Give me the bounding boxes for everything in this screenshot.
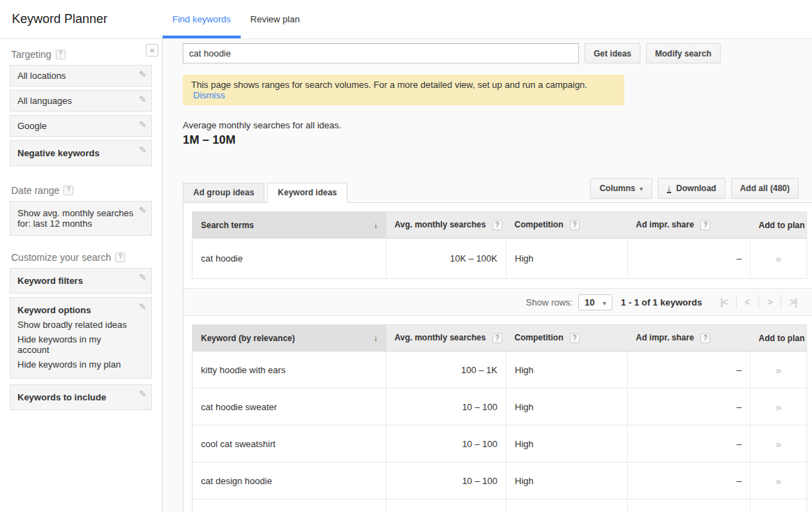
- top-header: Keyword Planner Find keywords Review pla…: [0, 0, 812, 39]
- help-icon[interactable]: ?: [63, 186, 73, 195]
- col-ad-impr-share[interactable]: Ad impr. share ?: [628, 212, 751, 239]
- download-icon: ↓: [667, 184, 672, 193]
- help-icon[interactable]: ?: [700, 333, 710, 343]
- help-icon[interactable]: ?: [56, 50, 66, 59]
- ad-impr-share-cell: –: [628, 239, 751, 279]
- keyword-search-input[interactable]: [183, 43, 579, 63]
- first-page-icon[interactable]: |<: [712, 295, 735, 309]
- pagination-range: 1 - 1 of 1 keywords: [621, 297, 702, 308]
- competition-cell: High: [506, 499, 628, 512]
- help-icon[interactable]: ?: [700, 220, 710, 230]
- avg-searches-cell: 10K – 100K: [386, 239, 506, 279]
- ad-impr-share-cell: –: [628, 352, 751, 389]
- edit-pencil-icon[interactable]: ✎: [139, 144, 146, 155]
- add-to-plan-icon[interactable]: »: [776, 253, 781, 264]
- pagination-bar: Show rows: 10 ▾ 1 - 1 of 1 keywords |< <…: [183, 288, 812, 316]
- sort-descending-icon: ↓: [374, 333, 378, 343]
- sidebar-item-languages[interactable]: All languages ✎: [10, 90, 152, 112]
- sidebar-item-keyword-options[interactable]: Keyword options ✎ Show broadly related i…: [10, 297, 152, 379]
- col-avg-monthly-searches[interactable]: Avg. monthly searches ?: [386, 212, 506, 239]
- sidebar-item-keywords-to-include[interactable]: Keywords to include ✎: [10, 384, 152, 410]
- help-icon[interactable]: ?: [493, 333, 502, 343]
- edit-pencil-icon[interactable]: ✎: [139, 94, 146, 105]
- keyword-cell: kitty hoodie with ears: [193, 352, 386, 389]
- col-search-terms[interactable]: Search terms ↓: [193, 212, 386, 239]
- sidebar-item-network[interactable]: Google ✎: [10, 115, 152, 137]
- sidebar-item-negative-keywords[interactable]: Negative keywords ✎: [10, 140, 152, 166]
- avg-searches-cell: 100 – 1K: [386, 352, 506, 389]
- col-competition[interactable]: Competition ?: [506, 325, 628, 352]
- sidebar-item-keyword-filters[interactable]: Keyword filters ✎: [10, 268, 152, 294]
- keyword-option: Hide keywords in my plan: [17, 359, 135, 370]
- col-competition[interactable]: Competition ?: [506, 212, 628, 239]
- keyword-cell: sphynx cat hoodie: [193, 499, 386, 512]
- col-ad-impr-share[interactable]: Ad impr. share ?: [628, 325, 751, 352]
- competition-cell: High: [506, 462, 628, 499]
- sidebar-item-locations[interactable]: All locations ✎: [10, 65, 152, 86]
- tab-find-keywords[interactable]: Find keywords: [163, 0, 241, 38]
- help-icon[interactable]: ?: [570, 220, 580, 230]
- show-rows-select[interactable]: 10 ▾: [578, 294, 612, 310]
- avg-searches-cell: 10 – 100: [386, 499, 506, 512]
- table-row: cool cat sweatshirt 10 – 100 High – »: [193, 426, 807, 462]
- keyword-cell: cat hoodie sweater: [193, 389, 386, 426]
- keyword-cell: cat hoodie: [193, 239, 386, 279]
- col-avg-monthly-searches[interactable]: Avg. monthly searches ?: [386, 325, 506, 352]
- previous-page-icon[interactable]: <: [736, 295, 758, 309]
- competition-cell: High: [506, 352, 628, 389]
- table-row: sphynx cat hoodie 10 – 100 High – »: [193, 499, 807, 512]
- help-icon[interactable]: ?: [570, 333, 580, 343]
- keyword-option: Show broadly related ideas: [17, 319, 135, 330]
- sidebar-item-date-range[interactable]: Show avg. monthly searches for: last 12 …: [10, 201, 152, 236]
- col-add-to-plan: Add to plan: [751, 325, 807, 352]
- columns-button[interactable]: Columns ▾: [590, 178, 652, 199]
- col-add-to-plan: Add to plan: [751, 212, 807, 239]
- ad-impr-share-cell: –: [628, 499, 751, 512]
- avg-searches-cell: 10 – 100: [386, 426, 506, 462]
- table-row: kitty hoodie with ears 100 – 1K High – »: [193, 352, 807, 389]
- edit-pencil-icon[interactable]: ✎: [139, 119, 146, 130]
- table-header-row: Keyword (by relevance) ↓ Avg. monthly se…: [193, 325, 807, 352]
- ad-impr-share-cell: –: [628, 426, 751, 462]
- help-icon[interactable]: ?: [493, 220, 502, 230]
- competition-cell: High: [506, 239, 628, 279]
- ad-impr-share-cell: –: [628, 389, 751, 426]
- search-volume-notice: This page shows ranges for search volume…: [183, 75, 624, 105]
- col-keyword-by-relevance[interactable]: Keyword (by relevance) ↓: [193, 325, 386, 352]
- add-to-plan-icon[interactable]: »: [776, 438, 781, 450]
- avg-searches-caption: Average monthly searches for all ideas.: [183, 120, 812, 130]
- edit-pencil-icon[interactable]: ✎: [139, 69, 146, 80]
- search-terms-table: Search terms ↓ Avg. monthly searches ? C…: [192, 211, 807, 279]
- customize-search-section-label: Customize your search ?: [11, 252, 152, 263]
- help-icon[interactable]: ?: [115, 253, 125, 262]
- edit-pencil-icon[interactable]: ✎: [139, 301, 146, 312]
- next-page-icon[interactable]: >: [758, 295, 781, 309]
- date-range-section-label: Date range ?: [11, 185, 152, 196]
- results-panel: Search terms ↓ Avg. monthly searches ? C…: [183, 202, 812, 512]
- sort-descending-icon: ↓: [374, 220, 378, 230]
- add-to-plan-icon[interactable]: »: [776, 401, 781, 413]
- collapse-sidebar-icon[interactable]: «: [146, 44, 158, 57]
- add-to-plan-icon[interactable]: »: [776, 364, 781, 376]
- page-title: Keyword Planner: [0, 0, 163, 38]
- table-row: cat hoodie sweater 10 – 100 High – »: [193, 389, 807, 426]
- table-row: cat hoodie 10K – 100K High – »: [193, 239, 807, 279]
- add-all-button[interactable]: Add all (480): [731, 178, 799, 199]
- keyword-cell: cat design hoodie: [193, 462, 386, 499]
- modify-search-button[interactable]: Modify search: [646, 43, 721, 63]
- tab-review-plan[interactable]: Review plan: [241, 0, 310, 38]
- add-to-plan-icon[interactable]: »: [776, 475, 781, 487]
- get-ideas-button[interactable]: Get ideas: [585, 43, 640, 63]
- dismiss-link[interactable]: Dismiss: [193, 90, 225, 100]
- download-button[interactable]: ↓ Download: [658, 178, 725, 199]
- avg-searches-cell: 10 – 100: [386, 462, 506, 499]
- edit-pencil-icon[interactable]: ✎: [139, 205, 146, 216]
- edit-pencil-icon[interactable]: ✎: [139, 389, 146, 399]
- targeting-sidebar: « Targeting ? All locations ✎ All langua…: [0, 39, 163, 512]
- tab-ad-group-ideas[interactable]: Ad group ideas: [183, 183, 264, 203]
- keyword-cell: cool cat sweatshirt: [193, 426, 386, 462]
- competition-cell: High: [506, 426, 628, 462]
- tab-keyword-ideas[interactable]: Keyword ideas: [267, 183, 347, 203]
- last-page-icon[interactable]: >|: [781, 295, 805, 309]
- edit-pencil-icon[interactable]: ✎: [139, 272, 146, 283]
